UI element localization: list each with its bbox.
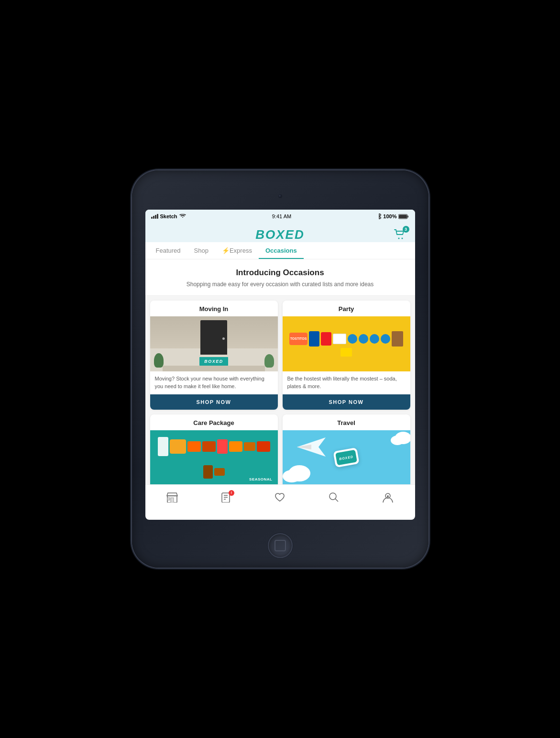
battery-icon [398,214,409,219]
card-party: Party TOSTITOS [283,301,410,410]
store-icon [166,492,178,503]
device-screen: Sketch 9:41 AM 100% [145,210,415,520]
cart-button[interactable]: 3 [392,227,407,242]
bottom-nav: ! [145,484,415,509]
app-header: BOXED 3 [145,223,415,242]
heart-icon [274,492,285,503]
cart-badge: 3 [403,226,409,233]
status-time: 9:41 AM [272,213,291,219]
svg-rect-9 [167,498,170,500]
status-bar: Sketch 9:41 AM 100% [145,210,415,223]
airplane-graphic [297,437,326,457]
card-title-care: Care Package [150,414,278,430]
carrier-label: Sketch [160,213,177,219]
card-desc-party: Be the hostest with literally the mostes… [283,371,410,394]
shop-now-party[interactable]: SHOP NOW [283,394,410,410]
svg-point-17 [387,495,389,497]
svg-rect-1 [407,215,408,217]
phone-graphic: BOXED [333,447,359,468]
signal-icon [151,214,158,219]
account-icon [382,492,394,503]
card-travel: Travel BOXED [283,414,410,484]
device-frame: Sketch 9:41 AM 100% [132,170,428,568]
status-right: 100% [377,213,409,219]
svg-rect-8 [171,498,174,503]
svg-rect-2 [399,215,407,218]
shop-now-moving[interactable]: SHOP NOW [150,394,278,410]
tab-featured[interactable]: Featured [149,242,187,259]
svg-point-14 [329,493,336,500]
card-image-travel: BOXED [283,430,410,484]
wifi-icon [179,214,186,219]
card-image-moving: BOXED [150,316,278,371]
plant-left [154,353,164,368]
svg-point-4 [401,238,403,239]
card-image-party: TOSTITOS [283,316,410,371]
card-title-party: Party [283,301,410,316]
card-image-care: SEASONAL [150,430,278,484]
intro-title: Introducing Occasions [153,268,407,278]
card-desc-moving: Moving? Stock your new house with everyt… [150,371,278,394]
card-care-package: Care Package [150,414,278,484]
card-title-travel: Travel [283,414,410,430]
svg-line-15 [335,499,338,502]
tab-shop[interactable]: Shop [187,242,215,259]
nav-account[interactable] [378,490,397,504]
home-button[interactable] [268,533,293,558]
tab-express[interactable]: ⚡Express [215,242,259,259]
nav-home[interactable] [163,490,182,504]
door-graphic [200,320,227,355]
intro-subtitle: Shopping made easy for every occasion wi… [153,280,407,289]
intro-section: Introducing Occasions Shopping made easy… [145,259,415,296]
svg-rect-10 [222,493,230,503]
seasonal-badge: SEASONAL [247,476,275,482]
tab-occasions[interactable]: Occasions [259,242,304,259]
nav-search[interactable] [325,490,343,504]
nav-tabs: Featured Shop ⚡Express Occasions [145,242,415,259]
svg-point-3 [398,238,399,239]
battery-percent: 100% [383,213,396,219]
bluetooth-icon [377,213,381,219]
nav-favorites[interactable] [270,490,289,504]
plant-right [264,354,274,368]
app-logo: BOXED [168,227,392,242]
status-left: Sketch [151,213,186,219]
card-moving-in: Moving In BOXED [150,301,278,410]
camera [278,194,282,198]
main-content: Introducing Occasions Shopping made easy… [145,259,415,484]
search-icon [329,492,339,503]
card-title-moving: Moving In [150,301,278,316]
nav-orders[interactable]: ! [217,490,235,504]
occasions-grid: Moving In BOXED [145,296,415,484]
